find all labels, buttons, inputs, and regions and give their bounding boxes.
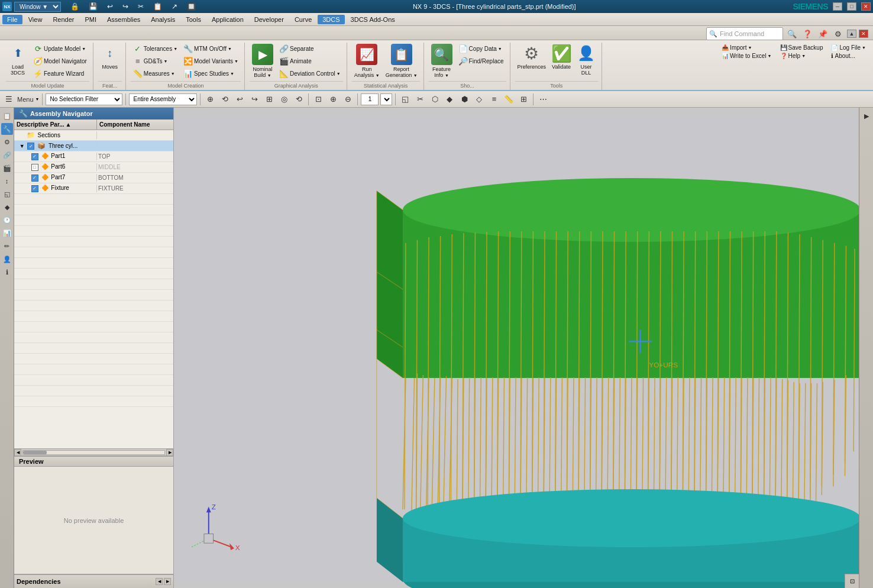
zoom-fit-button[interactable]: ⊡	[312, 93, 325, 106]
zoom-in-button[interactable]: ⊕	[326, 93, 340, 106]
sidebar-user[interactable]: 👤	[1, 253, 13, 265]
scroll-track[interactable]	[22, 450, 165, 455]
rotate-button[interactable]: ⟲	[218, 93, 231, 106]
moves-button[interactable]: ↕ Moves	[98, 43, 122, 71]
menu-item-assemblies[interactable]: Assemblies	[102, 15, 145, 24]
tree-row-part1[interactable]: ✓ 🔶 Part1 TOP	[14, 151, 173, 162]
tree-row-assembly[interactable]: ▼ ✓ 📦 Three cyl...	[14, 141, 173, 151]
pattern-btn[interactable]: ⊞	[517, 93, 530, 106]
feature-info-button[interactable]: 🔍 FeatureInfo ▼	[429, 43, 455, 79]
render-style-button[interactable]: ◎	[277, 93, 290, 106]
wireframe-button[interactable]: ⬡	[428, 93, 441, 106]
scroll-thumb[interactable]	[23, 451, 47, 454]
dep-scroll-left[interactable]: ◀	[156, 578, 163, 585]
menu-item-tools[interactable]: Tools	[181, 15, 206, 24]
menu-item-application[interactable]: Application	[207, 15, 248, 24]
part6-checkbox[interactable]: □	[31, 164, 38, 171]
separate-button[interactable]: 🔗 Separate	[277, 43, 343, 54]
deviation-control-button[interactable]: 📐 Deviation Control ▼	[277, 67, 343, 79]
find-command-input[interactable]: 🔍 Find Command	[706, 27, 783, 40]
feature-wizard-button[interactable]: ⚡ Feature Wizard	[31, 67, 89, 79]
settings-button[interactable]: ⚙	[832, 27, 845, 40]
sidebar-info[interactable]: ℹ	[1, 266, 13, 278]
menu-item-analysis[interactable]: Analysis	[146, 15, 180, 24]
validate-button[interactable]: ✅ Validate	[549, 43, 573, 71]
window-dropdown[interactable]: Window ▼	[14, 2, 61, 12]
sidebar-parts[interactable]: ⚙	[1, 136, 13, 148]
model-navigator-button[interactable]: 🧭 Model Navigator	[31, 55, 89, 67]
close-button[interactable]: ✕	[861, 2, 871, 11]
mtm-button[interactable]: 🔧 MTM On/Off ▼	[181, 43, 241, 54]
layer-button[interactable]: ≡	[487, 93, 500, 106]
scroll-left-arrow[interactable]: ◀	[14, 449, 21, 456]
scrollbar-h[interactable]: ◀ ▶	[14, 448, 173, 455]
shaded-button[interactable]: ◆	[443, 93, 456, 106]
user-dll-button[interactable]: 👤 UserDLL	[574, 43, 598, 77]
menu-item-file[interactable]: File	[2, 15, 22, 24]
ribbon-minimize[interactable]: ▲	[847, 30, 856, 38]
sidebar-sequence[interactable]: 🎬	[1, 162, 13, 174]
menu-item-render[interactable]: Render	[48, 15, 79, 24]
model-variants-button[interactable]: 🔀 Model Variants ▼	[181, 55, 241, 67]
view-orient-button[interactable]: ↪	[248, 93, 261, 106]
log-file-button[interactable]: 📄 Log File ▼	[829, 44, 868, 51]
viewport[interactable]: YO+URS Z X ⊡	[174, 108, 859, 588]
menu-item-curve[interactable]: Curve	[290, 15, 316, 24]
fixture-checkbox[interactable]: ✓	[31, 185, 38, 192]
measures-button[interactable]: 📏 Measures ▼	[131, 67, 180, 79]
measure-btn[interactable]: 📏	[502, 93, 515, 106]
transparency-button[interactable]: ◇	[473, 93, 486, 106]
preferences-button[interactable]: ⚙ Preferences	[515, 43, 549, 71]
search-button[interactable]: 🔍	[785, 27, 798, 40]
dep-scroll-right[interactable]: ▶	[164, 578, 171, 585]
maximize-button[interactable]: □	[847, 2, 856, 11]
ribbon-close[interactable]: ✕	[859, 30, 868, 38]
import-button[interactable]: 📥 Import ▼	[719, 44, 774, 51]
sidebar-deform[interactable]: ◆	[1, 201, 13, 213]
sidebar-section[interactable]: ◱	[1, 188, 13, 200]
sidebar-motion[interactable]: ↕	[1, 175, 13, 187]
sidebar-table[interactable]: 📊	[1, 227, 13, 239]
menu-item-3dcs-addons[interactable]: 3DCS Add-Ons	[346, 15, 400, 24]
menu-item-developer[interactable]: Developer	[250, 15, 289, 24]
animate-button[interactable]: 🎬 Animate	[277, 55, 343, 67]
clip-button[interactable]: ✂	[413, 93, 426, 106]
find-replace-button[interactable]: 🔎 Find/Replace	[456, 55, 506, 67]
tree-row-part6[interactable]: □ 🔶 Part6 MIDDLE	[14, 162, 173, 173]
minimize-button[interactable]: ─	[833, 2, 842, 11]
nominal-build-button[interactable]: ▶ NominalBuild ▼	[250, 43, 276, 79]
menu-label[interactable]: Menu	[17, 96, 34, 103]
reset-button[interactable]: ⟲	[292, 93, 305, 106]
help-search-button[interactable]: ❓	[801, 27, 814, 40]
section-button[interactable]: ◱	[399, 93, 412, 106]
right-sidebar-expand[interactable]: ▶	[861, 110, 872, 122]
part1-checkbox[interactable]: ✓	[31, 153, 38, 160]
menu-item-view[interactable]: View	[24, 15, 47, 24]
menu-item-3dcs[interactable]: 3DCS	[318, 15, 344, 24]
run-analysis-button[interactable]: 📈 RunAnalysis ▼	[352, 43, 382, 79]
scroll-right-arrow[interactable]: ▶	[166, 449, 173, 456]
zoom-level-dropdown[interactable]: ▼	[380, 93, 392, 105]
view-button[interactable]: ↩	[233, 93, 246, 106]
edge-button[interactable]: ⬢	[458, 93, 471, 106]
report-generation-button[interactable]: 📋 ReportGeneration ▼	[383, 43, 420, 79]
snap-button[interactable]: ⊕	[203, 93, 216, 106]
menu-item-pmi[interactable]: PMI	[80, 15, 101, 24]
sidebar-clock[interactable]: 🕐	[1, 214, 13, 226]
more-button[interactable]: ⋯	[536, 93, 549, 106]
col-header-descriptive[interactable]: Descriptive Par... ▲	[14, 119, 97, 130]
tree-row-part7[interactable]: ✓ 🔶 Part7 BOTTOM	[14, 173, 173, 183]
tree-row-fixture[interactable]: ✓ 🔶 Fixture FIXTURE	[14, 183, 173, 194]
help-button[interactable]: ❓ Help ▼	[778, 52, 826, 60]
write-excel-button[interactable]: 📊 Write to Excel ▼	[719, 52, 774, 60]
save-backup-button[interactable]: 💾 Save Backup	[778, 44, 826, 51]
tree-row-sections[interactable]: 📁 Sections	[14, 130, 173, 141]
assembly-scope-dropdown[interactable]: Entire Assembly	[129, 93, 197, 105]
sidebar-history[interactable]: 📋	[1, 110, 13, 122]
tolerances-button[interactable]: ✓ Tolerances ▼	[131, 43, 180, 54]
sidebar-assembly[interactable]: 🔧	[1, 123, 13, 135]
display-button[interactable]: ⊞	[263, 93, 276, 106]
zoom-out-button[interactable]: ⊖	[341, 93, 354, 106]
col-header-component[interactable]: Component Name	[97, 119, 173, 130]
sidebar-edit[interactable]: ✏	[1, 240, 13, 252]
